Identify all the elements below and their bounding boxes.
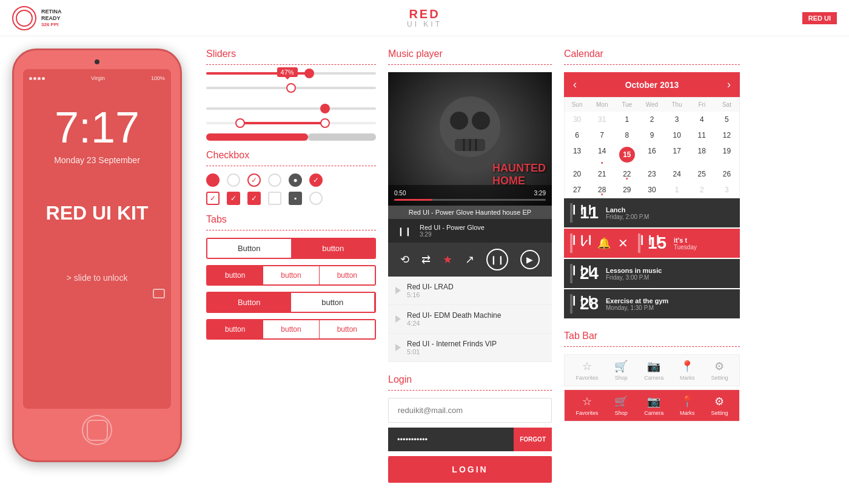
cal-day-2-nov[interactable]: 2: [690, 182, 714, 198]
tab-row4-btn1[interactable]: button: [207, 320, 263, 338]
scroll-thumb[interactable]: [308, 133, 376, 141]
cal-day-31[interactable]: 31: [589, 112, 614, 127]
cal-day-7[interactable]: 7: [589, 127, 614, 143]
cal-day-25[interactable]: 25: [690, 166, 714, 182]
scroll-slider[interactable]: [206, 133, 376, 141]
cal-day-27[interactable]: 27: [565, 182, 589, 198]
cal-event-11[interactable]: ❙❙❙ 11 Lanch Friday, 2:00 P.M: [564, 198, 740, 227]
radio-2-empty[interactable]: [227, 173, 240, 187]
cal-day-8[interactable]: 8: [614, 127, 639, 143]
checkbox-4-empty[interactable]: [268, 192, 281, 205]
next-track-button[interactable]: ▶: [520, 250, 540, 269]
cal-day-20[interactable]: 20: [565, 166, 589, 182]
password-input[interactable]: [388, 428, 514, 451]
cal-day-30-oct[interactable]: 30: [639, 182, 664, 198]
cal-day-1-nov[interactable]: 1: [665, 182, 690, 198]
tabbar-settings-gray[interactable]: ⚙ Setting: [711, 360, 728, 381]
checkbox-6-circle[interactable]: [309, 192, 323, 205]
tab-row3-btn2[interactable]: button: [291, 293, 375, 312]
play-pause-button[interactable]: ❙❙: [486, 249, 508, 270]
cal-day-19[interactable]: 19: [714, 143, 739, 166]
cal-next-button[interactable]: ›: [727, 78, 731, 91]
cal-day-21[interactable]: 21: [589, 166, 614, 182]
tab-row4-btn2[interactable]: button: [263, 320, 319, 338]
cal-day-13[interactable]: 13: [565, 143, 589, 166]
cal-day-24[interactable]: 24: [665, 166, 690, 182]
cal-prev-button[interactable]: ‹: [573, 78, 577, 91]
slider-2[interactable]: 47%: [206, 87, 376, 89]
tab-row2-btn1[interactable]: button: [207, 266, 263, 284]
playlist-item-3[interactable]: Red UI - Internet Frinds VIP 5:01: [388, 334, 552, 362]
cal-day-15-today[interactable]: 15: [614, 143, 639, 166]
bell-action[interactable]: 🔔: [597, 237, 611, 250]
cal-day-26[interactable]: 26: [714, 166, 739, 182]
email-input[interactable]: [388, 398, 552, 423]
cal-day-14[interactable]: 14: [589, 143, 614, 166]
tab-row2-btn3[interactable]: button: [320, 266, 375, 284]
checkbox-1-checked[interactable]: ✓: [206, 192, 220, 205]
tab-row1-btn1[interactable]: Button: [207, 239, 292, 258]
checkbox-5-dark[interactable]: ▪: [289, 192, 302, 205]
playlist-item-2[interactable]: Red UI- EDM Death Machine 4:24: [388, 305, 552, 334]
tabbar-settings-red[interactable]: ⚙ Setting: [711, 395, 728, 416]
music-progress-track[interactable]: [394, 199, 546, 201]
cal-day-6[interactable]: 6: [565, 127, 589, 143]
range-thumb-left[interactable]: [235, 118, 245, 128]
slider-3-thumb[interactable]: [320, 104, 330, 113]
cal-day-1[interactable]: 1: [614, 112, 639, 127]
tab-row3-btn1[interactable]: Button: [207, 293, 291, 312]
range-slider[interactable]: [206, 122, 376, 124]
cal-day-22[interactable]: 22: [614, 166, 639, 182]
cal-event-28[interactable]: ❙❙❙ 28 Exercise at the gym Monday, 1:30 …: [564, 289, 740, 318]
cal-day-4[interactable]: 4: [690, 112, 714, 127]
radio-5-inner[interactable]: ●: [289, 173, 302, 187]
cal-day-2[interactable]: 2: [639, 112, 664, 127]
slider-3[interactable]: [206, 107, 376, 110]
radio-1-filled[interactable]: [206, 173, 220, 187]
share-icon[interactable]: ↗: [465, 253, 474, 266]
tabbar-shop-gray[interactable]: 🛒 Shop: [614, 360, 628, 381]
cal-day-3[interactable]: 3: [665, 112, 690, 127]
cal-event-15[interactable]: ❙❙❙ ✓ 🔔 ✕ ❙❙❙ 15 it's t Tuesday: [564, 229, 740, 258]
cal-day-3-nov[interactable]: 3: [714, 182, 739, 198]
slider-1-thumb[interactable]: [304, 69, 314, 78]
tab-row2-btn2[interactable]: button: [263, 266, 319, 284]
radio-4-empty[interactable]: [268, 173, 281, 187]
cal-day-11[interactable]: 11: [690, 127, 714, 143]
tabbar-favorites-red[interactable]: ☆ Favorites: [576, 395, 598, 416]
cal-day-10[interactable]: 10: [665, 127, 690, 143]
repeat-icon[interactable]: ⟲: [400, 253, 409, 266]
tab-row4-btn3[interactable]: button: [320, 320, 375, 338]
playlist-item-1[interactable]: Red UI- LRAD 5:16: [388, 277, 552, 305]
checkbox-3-filled[interactable]: ✓: [247, 192, 261, 205]
close-action[interactable]: ✕: [618, 236, 628, 250]
tabbar-camera-red[interactable]: 📷 Camera: [644, 395, 663, 416]
cal-day-12[interactable]: 12: [714, 127, 739, 143]
forgot-button[interactable]: FORGOT: [514, 428, 552, 451]
tab-row1-btn2[interactable]: button: [292, 239, 375, 258]
radio-3-check[interactable]: ✓: [247, 173, 261, 187]
range-thumb-right[interactable]: [320, 118, 330, 128]
tabbar-favorites-gray[interactable]: ☆ Favorites: [576, 360, 598, 381]
cal-day-17[interactable]: 17: [665, 143, 690, 166]
tabbar-marks-gray[interactable]: 📍 Marks: [680, 360, 695, 381]
cal-day-5[interactable]: 5: [714, 112, 739, 127]
tabbar-camera-gray[interactable]: 📷 Camera: [644, 360, 663, 381]
cal-day-18[interactable]: 18: [690, 143, 714, 166]
checkbox-2-filled[interactable]: ✓: [227, 192, 240, 205]
phone-home-button[interactable]: [82, 415, 112, 445]
check-action[interactable]: ✓: [580, 236, 590, 250]
shuffle-icon[interactable]: ⇄: [421, 253, 431, 266]
cal-day-23[interactable]: 23: [639, 166, 664, 182]
favorite-icon[interactable]: ★: [443, 253, 452, 266]
cal-day-28[interactable]: 28: [589, 182, 614, 198]
tabbar-marks-red[interactable]: 📍 Marks: [680, 395, 695, 416]
radio-6-check[interactable]: ✓: [309, 173, 323, 187]
cal-day-16[interactable]: 16: [639, 143, 664, 166]
login-button[interactable]: LOGIN: [388, 456, 552, 483]
slider-2-thumb[interactable]: 47%: [286, 83, 296, 93]
cal-event-24[interactable]: ❙❙❙ 24 Lessons in music Friday, 3:00 P.M: [564, 259, 740, 288]
cal-day-9[interactable]: 9: [639, 127, 664, 143]
cal-day-29[interactable]: 29: [614, 182, 639, 198]
tabbar-shop-red[interactable]: 🛒 Shop: [614, 395, 628, 416]
